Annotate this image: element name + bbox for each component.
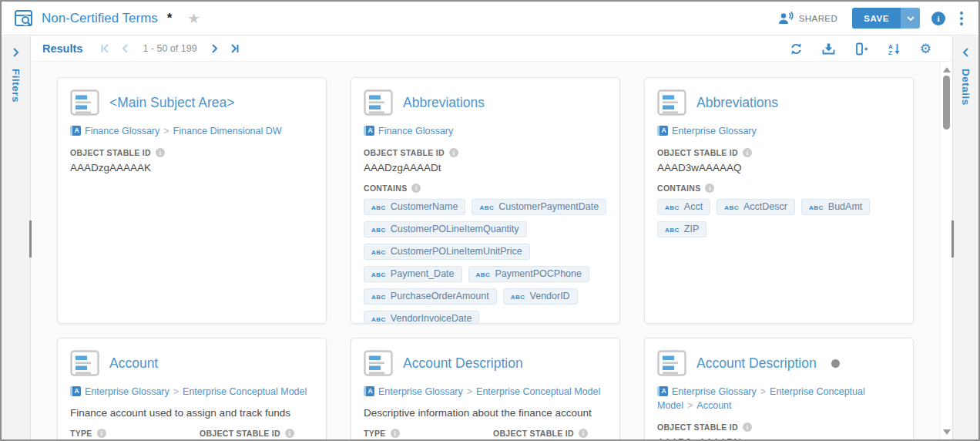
add-card-icon[interactable] (854, 42, 868, 56)
breadcrumb-link[interactable]: Enterprise Glossary (378, 386, 463, 397)
card-title[interactable]: <Main Subject Area> (109, 95, 234, 111)
term-chip-label: CustomerName (391, 201, 458, 212)
term-chip-label: CustomerPOLineItemQuantity (391, 224, 519, 234)
contains-chips: ABCCustomerNameABCCustomerPaymentDateABC… (364, 199, 607, 324)
term-card[interactable]: Account Description AEnterprise Glossary… (351, 338, 620, 439)
sort-az-icon[interactable]: A Z (888, 42, 901, 56)
term-chip[interactable]: ABCCustomerName (364, 199, 465, 215)
expand-filters-chevron-icon[interactable] (12, 47, 19, 61)
term-chip[interactable]: ABCPurchaseOrderAmount (364, 288, 497, 305)
glossary-icon: A (364, 126, 374, 136)
contains-label: CONTAINS (364, 183, 407, 193)
term-icon (70, 350, 99, 376)
abc-type-icon: ABC (511, 294, 525, 301)
breadcrumb-link[interactable]: Enterprise Glossary (672, 126, 757, 136)
first-page-icon[interactable] (99, 43, 110, 54)
card-title[interactable]: Account Description (403, 355, 523, 372)
details-panel-label[interactable]: Details (960, 69, 972, 106)
breadcrumb-link[interactable]: Enterprise Conceptual Model (476, 386, 600, 397)
term-icon (657, 89, 686, 116)
breadcrumb-link[interactable]: Finance Glossary (85, 126, 159, 136)
term-chip[interactable]: ABCAcctDescr (717, 199, 795, 215)
scroll-up-arrow-icon[interactable] (943, 67, 951, 72)
term-card[interactable]: Abbreviations AFinance Glossary OBJECT S… (351, 77, 620, 324)
card-title[interactable]: Abbreviations (403, 95, 485, 111)
card-breadcrumb: AFinance Glossary>Finance Dimensional DW (70, 124, 314, 138)
info-icon: i (705, 183, 714, 193)
info-icon[interactable]: i (931, 12, 945, 25)
card-breadcrumb: AEnterprise Glossary>Enterprise Conceptu… (364, 385, 607, 399)
term-chip-label: VendorID (530, 291, 570, 301)
glossary-icon: A (70, 386, 81, 396)
term-chip-label: VendorInvoiceDate (391, 313, 472, 324)
term-chip-label: Payment_Date (391, 268, 455, 279)
term-card[interactable]: Account AEnterprise Glossary>Enterprise … (57, 338, 327, 439)
save-dropdown-button[interactable] (901, 8, 920, 29)
card-fields: OBJECT STABLE IDiAAADzgAAAAAK (70, 148, 314, 173)
card-fields: TYPEiAttributeOBJECT STABLE IDiAAAD3wAAA… (364, 429, 607, 439)
filters-panel-label[interactable]: Filters (10, 69, 22, 103)
abc-type-icon: ABC (479, 204, 494, 211)
term-chip-label: PurchaseOrderAmount (391, 291, 489, 301)
shared-label: SHARED (799, 14, 837, 23)
card-title[interactable]: Abbreviations (696, 95, 778, 111)
favorite-star-icon[interactable]: ★ (187, 10, 200, 27)
breadcrumb-link[interactable]: Finance Glossary (378, 126, 453, 136)
results-tab[interactable]: Results (42, 42, 82, 55)
card-fields: OBJECT STABLE IDiAAAD3wAAAAAQ (657, 148, 901, 173)
info-icon: i (391, 429, 400, 438)
abc-type-icon: ABC (371, 271, 386, 278)
term-chip[interactable]: ABCPayment_Date (364, 266, 462, 282)
card-title[interactable]: Account (109, 355, 158, 372)
last-page-icon[interactable] (230, 43, 240, 54)
prev-page-icon[interactable] (121, 43, 129, 54)
term-chip-label: CustomerPaymentDate (498, 201, 599, 212)
results-bar: Results 1 - 50 of 199 (32, 36, 951, 62)
scroll-down-arrow-icon[interactable] (943, 429, 951, 435)
breadcrumb-link[interactable]: Finance Dimensional DW (173, 126, 282, 136)
breadcrumb-link[interactable]: Enterprise Glossary (85, 386, 169, 397)
term-chip[interactable]: ABCPaymentPOCPhone (468, 266, 589, 282)
main-content: Results 1 - 50 of 199 (32, 36, 951, 439)
term-card[interactable]: <Main Subject Area> AFinance Glossary>Fi… (57, 77, 327, 324)
refresh-icon[interactable] (790, 42, 803, 56)
info-icon: i (449, 148, 458, 157)
unsaved-changes-marker: * (167, 11, 173, 26)
term-chip[interactable]: ABCVendorInvoiceDate (364, 311, 479, 324)
card-title[interactable]: Account Description (696, 355, 817, 372)
info-icon: i (97, 429, 106, 438)
abc-type-icon: ABC (371, 227, 386, 234)
field-value: AAAD3wAAAABN (657, 436, 901, 439)
next-page-icon[interactable] (211, 43, 219, 54)
save-button[interactable]: SAVE (852, 8, 901, 29)
settings-gear-icon[interactable]: ⚙ (920, 42, 931, 56)
term-chip[interactable]: ABCBudAmt (801, 199, 870, 215)
term-chip[interactable]: ABCCustomerPOLineItemQuantity (364, 221, 527, 237)
contains-chips: ABCAcctABCAcctDescrABCBudAmtABCZIP (657, 199, 901, 237)
shared-person-icon (778, 12, 794, 25)
card-grid: <Main Subject Area> AFinance Glossary>Fi… (32, 62, 951, 439)
glossary-icon: A (657, 126, 668, 136)
term-card[interactable]: Abbreviations AEnterprise Glossary OBJEC… (644, 77, 914, 324)
term-chip[interactable]: ABCAcct (657, 199, 710, 215)
vertical-scrollbar[interactable] (940, 62, 951, 439)
field-value: AAADzgAAAAAK (70, 162, 314, 173)
breadcrumb-link[interactable]: Enterprise Glossary (672, 386, 757, 397)
download-icon[interactable] (822, 42, 835, 56)
app-window: Non-Certified Terms * ★ SHARED SAVE (0, 0, 980, 441)
chevron-down-icon (907, 16, 915, 21)
term-chip[interactable]: ABCZIP (657, 221, 706, 237)
term-chip[interactable]: ABCCustomerPOLineItemUnitPrice (364, 244, 530, 260)
card-description: Descriptive information about the financ… (364, 407, 607, 419)
expand-details-chevron-icon[interactable] (962, 47, 969, 61)
term-card[interactable]: Account Description AEnterprise Glossary… (644, 338, 914, 439)
breadcrumb-link[interactable]: Enterprise Conceptual Model (183, 386, 307, 397)
term-chip[interactable]: ABCVendorID (503, 288, 578, 305)
more-options-icon[interactable] (957, 10, 966, 27)
info-icon: i (743, 148, 752, 157)
card-fields: TYPEiEntityOBJECT STABLE IDiAAAD3wAAAABC (70, 429, 314, 439)
term-chip[interactable]: ABCCustomerPaymentDate (472, 199, 606, 215)
breadcrumb-link[interactable]: Account (696, 400, 731, 411)
scrollbar-thumb[interactable] (943, 76, 950, 130)
shared-status: SHARED (778, 12, 837, 25)
